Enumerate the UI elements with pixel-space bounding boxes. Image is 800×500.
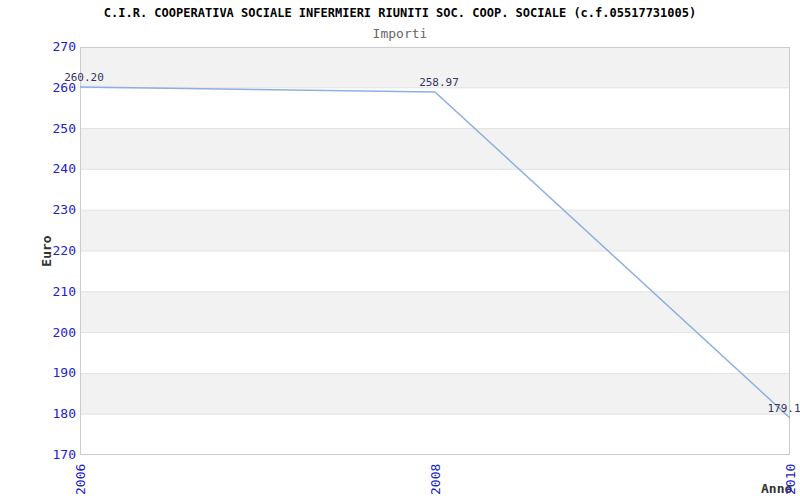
- y-tick-label: 240: [30, 161, 76, 176]
- y-tick-label: 180: [30, 406, 76, 421]
- chart-subtitle: Importi: [0, 26, 800, 41]
- grid-band: [80, 414, 790, 455]
- grid-band: [80, 129, 790, 170]
- y-tick-label: 220: [30, 243, 76, 258]
- y-tick-label: 190: [30, 365, 76, 380]
- point-label: 179.1: [767, 402, 800, 415]
- grid-band: [80, 292, 790, 333]
- grid-band: [80, 251, 790, 292]
- grid-band: [80, 333, 790, 374]
- y-tick-label: 210: [30, 284, 76, 299]
- plot-area: [80, 47, 790, 455]
- grid-band: [80, 373, 790, 414]
- point-label: 260.20: [64, 71, 104, 84]
- y-tick-label: 270: [30, 39, 76, 54]
- grid-band: [80, 88, 790, 129]
- grid-band: [80, 210, 790, 251]
- y-tick-label: 170: [30, 447, 76, 462]
- x-tick-label: 2008: [428, 455, 442, 495]
- x-tick-label: 2006: [73, 455, 87, 495]
- y-tick-label: 250: [30, 121, 76, 136]
- point-label: 258.97: [419, 76, 459, 89]
- chart-title: C.I.R. COOPERATIVA SOCIALE INFERMIERI RI…: [0, 6, 800, 20]
- y-tick-label: 230: [30, 202, 76, 217]
- x-tick-label: 2010: [783, 455, 797, 495]
- y-tick-label: 200: [30, 325, 76, 340]
- grid-band: [80, 169, 790, 210]
